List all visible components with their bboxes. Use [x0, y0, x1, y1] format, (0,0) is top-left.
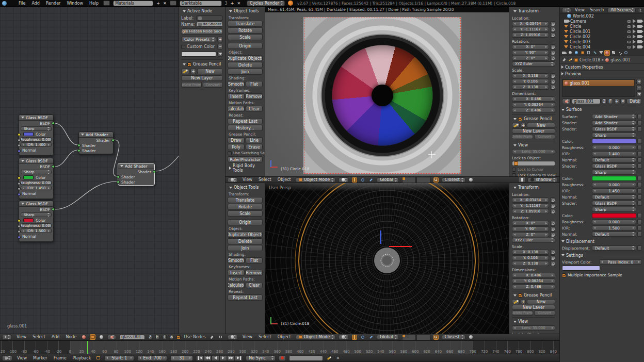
orientation-select[interactable]: Global	[377, 335, 399, 340]
tab-object-icon[interactable]	[579, 50, 585, 56]
selectability-icon[interactable]	[633, 19, 636, 23]
location-x-slider[interactable]: X: -0.03454	[512, 21, 549, 26]
tab-particles-icon[interactable]	[617, 50, 622, 56]
calculate-button[interactable]: Calculate	[228, 106, 245, 112]
render-opengl-icon[interactable]	[469, 335, 474, 340]
custom-properties-header[interactable]: Custom Properties	[560, 64, 644, 71]
material-unlink-button[interactable]: ✕	[620, 98, 625, 104]
view-menu[interactable]: View	[573, 8, 586, 12]
socket-shader-in-1[interactable]	[77, 144, 81, 147]
distribution-select[interactable]: Sharp	[592, 207, 636, 212]
distribution-select[interactable]: Sharp	[592, 170, 636, 175]
editor-type-select[interactable]	[228, 177, 238, 183]
layout-close-button[interactable]: ✕	[163, 1, 167, 6]
select-menu[interactable]: Select	[257, 335, 273, 339]
location-z-slider[interactable]: Z: 1.05916	[512, 32, 549, 38]
socket-shader-in-2[interactable]	[117, 180, 120, 184]
distribution-select[interactable]: Sharp	[21, 126, 52, 131]
sync-select[interactable]: No Sync	[246, 355, 276, 361]
object-menu[interactable]: Object	[276, 177, 293, 182]
node-link-button[interactable]	[637, 232, 642, 237]
lock-icon[interactable]	[550, 85, 555, 90]
gp-convert-button[interactable]: Convert	[534, 310, 555, 316]
socket-normal-in[interactable]	[18, 236, 21, 239]
rotation-x-slider[interactable]: X: 0°	[512, 44, 549, 50]
gp-add-button[interactable]: +	[521, 299, 526, 304]
normal-select[interactable]: Default	[592, 194, 636, 200]
color-swatch[interactable]	[592, 213, 636, 218]
insert-keyframe-button[interactable]: Insert	[228, 93, 245, 100]
grease-pencil-checkbox[interactable]	[518, 117, 522, 121]
grease-pencil-panel-header[interactable]: Grease Pencil	[512, 292, 555, 299]
play-reverse-button[interactable]	[212, 355, 219, 361]
node-link-button[interactable]	[637, 201, 642, 206]
lock-icon[interactable]	[550, 232, 555, 237]
gp-draw-mode-button[interactable]	[181, 69, 189, 74]
scale-x-slider[interactable]: X: 0.138	[512, 250, 549, 255]
material-add-button[interactable]: +	[614, 98, 619, 104]
slot-remove-button[interactable]: −	[636, 85, 642, 91]
normal-select[interactable]: Default	[592, 157, 636, 162]
lens-slider[interactable]: Lens: 35.000	[512, 325, 555, 331]
origin-button[interactable]: Origin	[228, 219, 263, 225]
node-add-shader-1[interactable]: Add Shader Shader Shader Shader	[78, 131, 114, 154]
lock-icon[interactable]	[550, 44, 555, 50]
select-menu[interactable]: Select	[31, 335, 47, 339]
gp-erase-button[interactable]: Erase	[246, 144, 263, 150]
gp-delete-frame-button[interactable]: Delete Frame	[512, 310, 533, 316]
node-link-button[interactable]	[637, 151, 642, 156]
outliner-row-circle[interactable]: Circle	[560, 24, 644, 29]
viewport-color-swatch[interactable]	[562, 266, 600, 271]
tab-world-icon[interactable]	[573, 50, 579, 56]
flat-button[interactable]: Flat	[246, 257, 263, 264]
texture-tree-icon[interactable]	[99, 334, 104, 340]
tab-modifiers-icon[interactable]	[592, 50, 598, 56]
scale-z-slider[interactable]: Z: 0.138	[512, 85, 549, 90]
pass-index-slider[interactable]: Pass Index: 0	[599, 259, 642, 265]
outliner-row-world[interactable]: World.002	[560, 13, 644, 19]
remove-keyframe-button[interactable]: Remove	[246, 93, 263, 100]
shader-select[interactable]: Glass BSDF	[592, 126, 636, 131]
rotate-button[interactable]: Rotate	[228, 27, 263, 34]
jump-to-end-button[interactable]	[235, 355, 243, 361]
renderability-icon[interactable]	[637, 30, 642, 33]
selectability-icon[interactable]	[633, 40, 636, 44]
flat-button[interactable]: Flat	[246, 81, 263, 87]
preset-add-button[interactable]: +	[217, 37, 223, 42]
screen-layout-icon[interactable]	[103, 1, 110, 6]
selectability-icon[interactable]	[633, 45, 636, 49]
scale-y-slider[interactable]: Y: 0.106	[512, 79, 549, 84]
custom-color-checkbox[interactable]	[181, 45, 185, 49]
dim-y-slider[interactable]: Y: 0.08264	[512, 102, 555, 107]
grease-pencil-panel-header[interactable]: Grease Pencil	[181, 61, 223, 68]
roughness-slider[interactable]: Roughness: 0.000	[21, 223, 52, 228]
view-panel-header[interactable]: View	[512, 318, 555, 325]
material-users-button[interactable]: 2	[602, 98, 607, 104]
active-node-panel-header[interactable]: Active Node	[181, 8, 223, 14]
screen-layout-name[interactable]: Materials	[113, 1, 153, 6]
mis-checkbox[interactable]	[562, 273, 566, 277]
selectability-icon[interactable]	[633, 35, 636, 39]
fake-user-button[interactable]: F	[608, 98, 613, 104]
outliner-row-circle002[interactable]: Circle.002	[560, 34, 644, 39]
jump-to-start-button[interactable]	[196, 355, 204, 361]
ior-slider[interactable]: IOR: 1.450	[21, 186, 52, 190]
roughness-slider[interactable]: 0.000	[592, 182, 636, 187]
snap-element-select[interactable]: Closest	[442, 335, 465, 340]
editor-type-select[interactable]	[2, 355, 12, 361]
material-add-button[interactable]: +	[163, 335, 167, 340]
lock-icon[interactable]	[550, 50, 555, 55]
displacement-select[interactable]: Default	[592, 245, 636, 251]
breadcrumb-object[interactable]: Circle.018	[579, 58, 600, 62]
node-link-button[interactable]	[637, 120, 642, 125]
playhead[interactable]	[87, 341, 88, 354]
node-link-button[interactable]	[637, 114, 642, 119]
object-tools-panel-header[interactable]: Object Tools	[228, 8, 263, 14]
mode-select[interactable]: Object Mode	[296, 335, 335, 340]
pin-icon[interactable]	[562, 58, 567, 62]
scale-y-slider[interactable]: Y: 0.106	[512, 255, 549, 260]
dim-z-slider[interactable]: Z: 0.486	[512, 108, 555, 113]
gp-draw-mode-button[interactable]	[512, 299, 520, 304]
gp-new-layer-button[interactable]: New Layer	[181, 75, 223, 81]
location-y-slider[interactable]: Y: -1.11167	[512, 27, 549, 32]
